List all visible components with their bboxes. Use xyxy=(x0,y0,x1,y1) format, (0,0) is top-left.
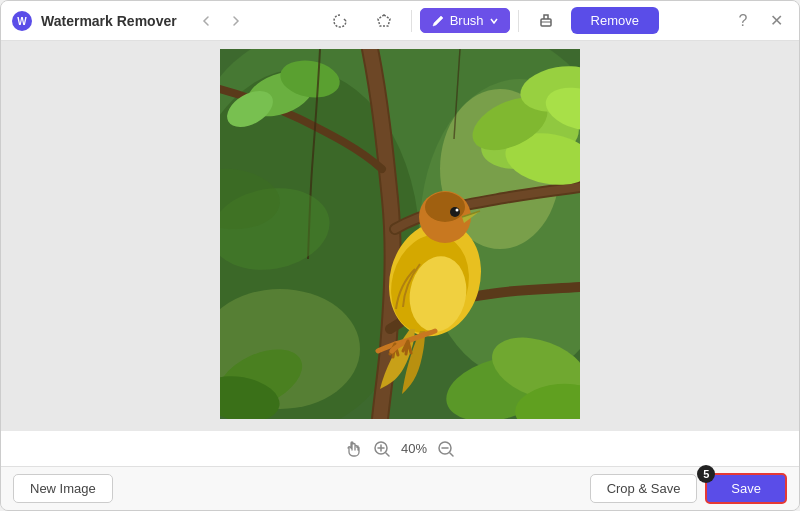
lasso-tool-button[interactable] xyxy=(321,8,359,34)
bottom-right-actions: Crop & Save 5 Save xyxy=(590,473,787,504)
close-button[interactable]: ✕ xyxy=(765,9,789,33)
toolbar-center: Brush Remove xyxy=(321,7,659,34)
titlebar: W Watermark Remover xyxy=(1,1,799,41)
brush-tool-button[interactable]: Brush xyxy=(420,8,510,33)
eraser-tool-button[interactable] xyxy=(527,8,565,34)
zoom-in-button[interactable] xyxy=(373,440,391,458)
zoom-bar: 40% xyxy=(1,430,799,466)
bird-image xyxy=(220,49,580,419)
svg-text:W: W xyxy=(17,16,27,27)
separator-1 xyxy=(411,10,412,32)
app-title: Watermark Remover xyxy=(41,13,177,29)
canvas-area xyxy=(1,41,799,430)
zoom-level: 40% xyxy=(401,441,427,456)
save-button[interactable]: Save xyxy=(705,473,787,504)
crop-save-button[interactable]: Crop & Save xyxy=(590,474,698,503)
titlebar-right: ? ✕ xyxy=(731,9,789,33)
nav-buttons xyxy=(193,8,249,34)
separator-2 xyxy=(518,10,519,32)
hand-tool-button[interactable] xyxy=(345,440,363,458)
new-image-button[interactable]: New Image xyxy=(13,474,113,503)
back-button[interactable] xyxy=(193,8,219,34)
remove-button[interactable]: Remove xyxy=(571,7,659,34)
help-button[interactable]: ? xyxy=(731,9,755,33)
zoom-out-button[interactable] xyxy=(437,440,455,458)
svg-point-27 xyxy=(425,192,465,222)
forward-button[interactable] xyxy=(223,8,249,34)
svg-point-28 xyxy=(450,207,460,217)
svg-point-29 xyxy=(456,208,459,211)
brush-label: Brush xyxy=(450,13,484,28)
image-container xyxy=(220,49,580,423)
save-button-wrapper: 5 Save xyxy=(705,473,787,504)
polygon-lasso-button[interactable] xyxy=(365,8,403,34)
bottom-bar: New Image Crop & Save 5 Save xyxy=(1,466,799,510)
app-icon: W xyxy=(11,10,33,32)
titlebar-left: W Watermark Remover xyxy=(11,8,249,34)
